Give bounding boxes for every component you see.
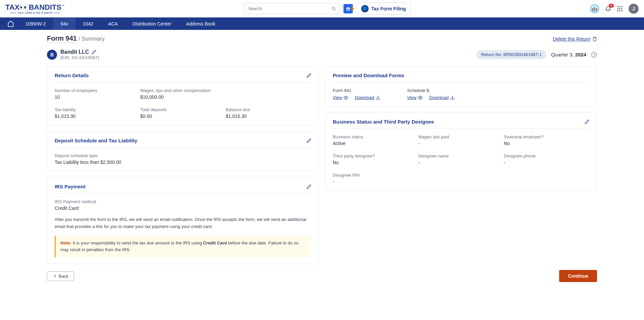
field-label: Seasonal employer? xyxy=(504,134,589,139)
logo[interactable]: TAX👀BANDITS™ Your 1099 & W2 Experts xyxy=(5,3,64,14)
field-label: Business status xyxy=(333,134,418,139)
nav-94x[interactable]: 94x xyxy=(53,17,75,30)
download-scheduleb-link[interactable]: Download xyxy=(429,95,455,100)
card-title: Business Status and Third Party Designee xyxy=(333,119,434,125)
eye-icon xyxy=(343,95,348,100)
card-title: Preview and Download Forms xyxy=(333,73,404,78)
nav-bar: 1099/W-2 94x 1042 ACA Distribution Cente… xyxy=(0,17,644,30)
nav-1099-w2[interactable]: 1099/W-2 xyxy=(18,17,53,30)
irs-note: Note: It is your responsibility to send … xyxy=(55,236,311,258)
field-label: Designee phone xyxy=(504,153,589,158)
svg-point-5 xyxy=(345,97,346,98)
gift-button[interactable] xyxy=(343,4,353,13)
svg-point-7 xyxy=(420,97,421,98)
logo-text: TAX👀BANDITS™ xyxy=(5,3,64,12)
view-form941-link[interactable]: View xyxy=(333,95,348,100)
chevron-left-icon xyxy=(53,274,57,278)
tax-form-filing-button[interactable]: 🌐 Tax Form Filing xyxy=(356,3,411,15)
home-icon[interactable] xyxy=(3,20,18,27)
field-value: Tax Liability less than $2,500.00 xyxy=(55,159,311,165)
field-value: - xyxy=(418,160,504,165)
card-title: Return Details xyxy=(55,73,89,78)
entity-avatar: B xyxy=(47,50,57,60)
field-label: Number of employees xyxy=(55,88,140,93)
field-label: Deposit schedule type xyxy=(55,153,311,158)
entity-name: Bandit LLC xyxy=(60,49,99,55)
tax-form-label: Tax Form Filing xyxy=(371,6,406,11)
nav-1042[interactable]: 1042 xyxy=(75,17,101,30)
nav-address-book[interactable]: Address Book xyxy=(179,17,223,30)
field-value: No xyxy=(504,141,589,146)
globe-icon: 🌐 xyxy=(361,5,369,12)
apps-grid-icon[interactable] xyxy=(617,6,623,11)
field-value: $1,015.30 xyxy=(226,113,311,119)
deposit-schedule-card: Deposit Schedule and Tax Liability Depos… xyxy=(47,131,319,171)
entity-ein: (EIN: XX-XXXX567) xyxy=(60,55,99,60)
field-value: - xyxy=(504,160,589,165)
return-details-card: Return Details Number of employees 10 Wa… xyxy=(47,66,319,125)
field-value: 10 xyxy=(55,94,140,100)
user-avatar[interactable]: J xyxy=(629,4,639,14)
svg-point-0 xyxy=(332,7,335,10)
search-wrap xyxy=(244,3,339,14)
irs-payment-card: IRS Payment IRS Payment method Credit Ca… xyxy=(47,177,319,264)
field-label: Total deposits xyxy=(140,107,226,112)
preview-forms-card: Preview and Download Forms Form 941 View… xyxy=(325,66,597,106)
field-value: No xyxy=(333,160,418,165)
trash-icon xyxy=(592,37,597,41)
search-icon[interactable] xyxy=(331,6,336,11)
business-status-card: Business Status and Third Party Designee… xyxy=(325,112,597,191)
field-value: - xyxy=(418,141,504,146)
scheduleb-label: Schedule B xyxy=(407,88,455,93)
page-title: Form 941 / Summary xyxy=(47,35,105,42)
download-icon xyxy=(450,95,455,100)
edit-deposit-icon[interactable] xyxy=(307,138,311,143)
field-label: Third party designee? xyxy=(333,153,418,158)
continue-button[interactable]: Continue xyxy=(559,270,597,282)
field-label: IRS Payment method xyxy=(55,199,311,204)
edit-return-details-icon[interactable] xyxy=(307,73,311,78)
chatbot-icon[interactable]: 🤖 xyxy=(590,4,599,13)
download-form941-link[interactable]: Download xyxy=(355,95,380,100)
nav-aca[interactable]: ACA xyxy=(101,17,125,30)
delete-return-link[interactable]: Delete this Return xyxy=(553,36,597,42)
field-label: Designee PIN xyxy=(333,173,418,178)
field-label: Designee name xyxy=(418,153,504,158)
irs-description: After you transmit the form to the IRS, … xyxy=(55,216,311,230)
nav-distribution[interactable]: Distribution Center xyxy=(125,17,179,30)
form941-label: Form 941 xyxy=(333,88,380,93)
quarter-label: Quarter 3, 2024 xyxy=(551,52,586,57)
eye-icon xyxy=(418,95,423,100)
field-label: Wages last paid xyxy=(418,134,504,139)
edit-business-icon[interactable] xyxy=(585,120,589,124)
card-title: Deposit Schedule and Tax Liability xyxy=(55,138,137,143)
field-value: $10,000.00 xyxy=(140,94,311,100)
field-label: Balance due xyxy=(226,107,311,112)
notification-badge: 0 xyxy=(609,4,614,8)
field-label: Tax liability xyxy=(55,107,140,112)
field-value: $0.00 xyxy=(140,113,226,119)
edit-irs-icon[interactable] xyxy=(307,184,311,189)
field-value: - xyxy=(333,179,418,184)
svg-line-1 xyxy=(335,9,336,10)
back-button[interactable]: Back xyxy=(47,271,74,281)
field-value: Active xyxy=(333,141,418,146)
quarter-help-icon[interactable]: ◔ xyxy=(591,52,597,58)
view-scheduleb-link[interactable]: View xyxy=(407,95,423,100)
field-value: $1,015.30 xyxy=(55,113,140,119)
edit-entity-icon[interactable] xyxy=(92,50,96,54)
notification-bell[interactable]: 0 xyxy=(605,6,611,12)
return-number-chip: Return No: 6P002602461967-1 xyxy=(476,50,546,59)
card-title: IRS Payment xyxy=(55,184,86,189)
field-value: Credit Card xyxy=(55,205,311,211)
search-input[interactable] xyxy=(244,3,339,14)
top-header: TAX👀BANDITS™ Your 1099 & W2 Experts 🌐 Ta… xyxy=(0,0,644,17)
field-label: Wages, tips and other compensation xyxy=(140,88,311,93)
download-icon xyxy=(376,95,380,100)
